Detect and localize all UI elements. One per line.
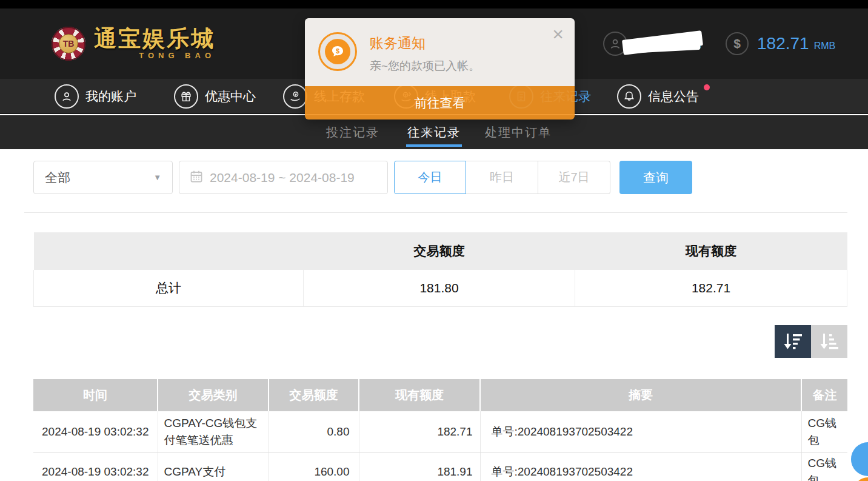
summary-total-transaction: 181.80 — [304, 270, 575, 306]
cell-summary: 单号:202408193702503422 — [480, 452, 801, 481]
section-divider — [24, 212, 847, 213]
user-account-area[interactable]: 5 — [603, 30, 706, 58]
cell-amount: 160.00 — [269, 452, 359, 481]
brand-title: 通宝娱乐城 — [94, 27, 215, 50]
calendar-icon — [189, 169, 204, 186]
casino-chip-icon: TB — [52, 27, 85, 61]
notification-dot-badge — [704, 84, 710, 90]
cell-note: CG钱包 — [801, 411, 847, 452]
username-redacted: 5 — [630, 30, 706, 57]
brand-subtitle: TONG BAO — [94, 51, 215, 60]
bell-icon — [617, 84, 641, 109]
tab-processing-orders[interactable]: 处理中订单 — [485, 115, 552, 149]
summary-total-row: 总计 181.80 182.71 — [34, 270, 847, 306]
gift-icon — [174, 84, 198, 109]
quick-btn-today[interactable]: 今日 — [394, 161, 466, 194]
cell-balance: 182.71 — [359, 411, 480, 452]
col-header-balance: 现有额度 — [359, 379, 480, 411]
nav-item-promotions[interactable]: 优惠中心 — [174, 79, 256, 114]
balance-amount: 182.71 — [757, 34, 809, 53]
floating-secondary-button[interactable] — [853, 477, 868, 481]
page: TB 通宝娱乐城 TONG BAO 5 $ 182.71 — [0, 0, 868, 481]
nav-item-announcements[interactable]: 信息公告 — [617, 79, 699, 114]
notification-body: $ 账务通知 亲~您的款项已入帐。 × — [305, 18, 575, 86]
brand-text: 通宝娱乐城 TONG BAO — [94, 27, 215, 60]
svg-text:$: $ — [336, 47, 339, 55]
summary-header-empty — [34, 232, 304, 270]
deposit-icon — [283, 84, 307, 109]
close-icon[interactable]: × — [552, 24, 564, 44]
sort-descending-icon — [782, 332, 804, 351]
cell-time: 2024-08-19 03:02:32 — [33, 452, 158, 481]
summary-table: 交易额度 现有额度 总计 181.80 182.71 — [33, 232, 847, 307]
nav-label: 信息公告 — [648, 88, 699, 105]
cell-type: CGPAY支付 — [158, 452, 269, 481]
summary-header-transaction: 交易额度 — [304, 232, 575, 270]
account-notification-modal: $ 账务通知 亲~您的款项已入帐。 × 前往查看 — [305, 18, 575, 119]
cell-amount: 0.80 — [269, 411, 359, 452]
cell-note: CG钱包 — [801, 452, 847, 481]
cell-summary: 单号:202408193702503422 — [480, 411, 801, 452]
nav-label: 优惠中心 — [205, 88, 256, 105]
records-header-row: 时间 交易类别 交易额度 现有额度 摘要 备注 — [33, 379, 847, 411]
nav-item-my-account[interactable]: 我的账户 — [55, 79, 136, 114]
balance-display[interactable]: $ 182.71 RMB — [726, 32, 835, 55]
summary-header-balance: 现有额度 — [575, 232, 847, 270]
cell-time: 2024-08-19 03:02:32 — [33, 411, 158, 452]
browser-top-strip — [0, 0, 868, 8]
sort-ascending-button[interactable] — [811, 325, 847, 358]
quick-btn-last7days[interactable]: 近7日 — [538, 161, 610, 194]
sort-ascending-icon — [818, 332, 840, 351]
dollar-icon: $ — [726, 32, 749, 55]
sort-controls — [775, 325, 847, 358]
date-range-value: 2024-08-19 ~ 2024-08-19 — [210, 170, 355, 185]
col-header-type: 交易类别 — [158, 379, 269, 411]
brand-logo[interactable]: TB 通宝娱乐城 TONG BAO — [52, 27, 215, 61]
search-button[interactable]: 查询 — [619, 161, 692, 194]
notification-message: 亲~您的款项已入帐。 — [370, 58, 480, 74]
balance-currency: RMB — [814, 36, 836, 52]
summary-total-balance: 182.71 — [575, 270, 847, 306]
chevron-down-icon: ▼ — [153, 173, 161, 182]
sort-descending-button[interactable] — [775, 325, 811, 358]
type-select-value: 全部 — [45, 169, 153, 186]
col-header-time: 时间 — [33, 379, 158, 411]
date-range-picker[interactable]: 2024-08-19 ~ 2024-08-19 — [179, 161, 388, 194]
cell-type: CGPAY-CG钱包支付笔笔送优惠 — [158, 411, 269, 452]
money-chat-bubble-icon: $ — [318, 32, 357, 71]
quick-date-group: 今日 昨日 近7日 — [394, 161, 610, 194]
cell-balance: 181.91 — [359, 452, 480, 481]
type-select[interactable]: 全部 ▼ — [33, 161, 173, 194]
chip-monogram: TB — [59, 34, 78, 53]
nav-label: 我的账户 — [85, 88, 136, 105]
col-header-note: 备注 — [801, 379, 847, 411]
summary-total-label: 总计 — [34, 270, 304, 306]
quick-btn-yesterday[interactable]: 昨日 — [466, 161, 538, 194]
floating-chat-button[interactable] — [851, 442, 868, 476]
col-header-amount: 交易额度 — [269, 379, 359, 411]
go-view-button[interactable]: 前往查看 — [305, 86, 575, 119]
sub-tabbar: 投注记录 往来记录 处理中订单 — [0, 115, 868, 149]
money-chat-bubble-icon-inner: $ — [325, 39, 350, 64]
table-row: 2024-08-19 03:02:32 CGPAY支付 160.00 181.9… — [33, 452, 847, 481]
user-icon — [55, 84, 79, 109]
active-tab-underline — [406, 144, 462, 147]
table-row: 2024-08-19 03:02:32 CGPAY-CG钱包支付笔笔送优惠 0.… — [33, 411, 847, 452]
records-table: 时间 交易类别 交易额度 现有额度 摘要 备注 2024-08-19 03:02… — [33, 379, 847, 481]
tab-betting-records[interactable]: 投注记录 — [326, 115, 379, 149]
notification-title: 账务通知 — [370, 34, 426, 53]
summary-header-row: 交易额度 现有额度 — [34, 232, 847, 270]
col-header-summary: 摘要 — [480, 379, 801, 411]
